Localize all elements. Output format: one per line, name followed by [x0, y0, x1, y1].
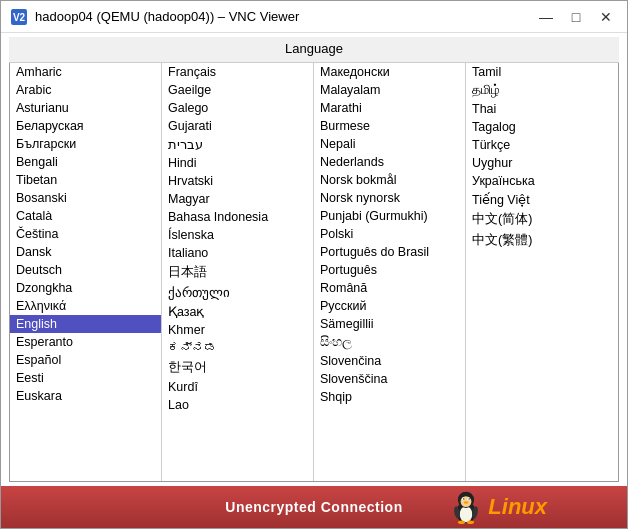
language-item[interactable]: Shqip	[314, 388, 465, 406]
main-content: Language AmharicArabicAsturianuБеларуска…	[1, 33, 627, 486]
language-item[interactable]: 한국어	[162, 357, 313, 378]
language-item[interactable]: Gaeilge	[162, 81, 313, 99]
language-item[interactable]: Italiano	[162, 244, 313, 262]
language-item[interactable]	[466, 283, 618, 287]
svg-text:V2: V2	[13, 12, 26, 23]
language-item[interactable]: Қазақ	[162, 302, 313, 321]
language-item[interactable]: Nederlands	[314, 153, 465, 171]
linux-logo: Linux	[488, 494, 547, 520]
language-grid: AmharicArabicAsturianuБеларускаяБългарск…	[9, 63, 619, 482]
language-item[interactable]: Euskara	[10, 387, 161, 405]
language-container: Language AmharicArabicAsturianuБеларуска…	[1, 33, 627, 486]
language-item[interactable]: Khmer	[162, 321, 313, 339]
svg-point-9	[469, 498, 470, 499]
status-bar: Unencrypted Connection	[1, 486, 627, 528]
language-item[interactable]: Tamil	[466, 63, 618, 81]
language-item[interactable]: Norsk nynorsk	[314, 189, 465, 207]
language-item[interactable]: Gujarati	[162, 117, 313, 135]
language-item[interactable]: Eesti	[10, 369, 161, 387]
status-icons: Linux	[448, 489, 547, 525]
language-item[interactable]: Català	[10, 207, 161, 225]
language-item[interactable]: Asturianu	[10, 99, 161, 117]
language-item[interactable]: Dzongkha	[10, 279, 161, 297]
language-column-2: МакедонскиMalayalamMarathiBurmeseNepaliN…	[314, 63, 466, 481]
language-item[interactable]: Burmese	[314, 117, 465, 135]
language-item[interactable]: Português	[314, 261, 465, 279]
language-item[interactable]: Tiếng Việt	[466, 190, 618, 209]
language-item[interactable]: Русский	[314, 297, 465, 315]
language-item[interactable]: Español	[10, 351, 161, 369]
language-item[interactable]: עברית	[162, 135, 313, 154]
language-item[interactable]: தமிழ்	[466, 81, 618, 100]
language-item[interactable]: Polski	[314, 225, 465, 243]
language-item[interactable]: Amharic	[10, 63, 161, 81]
language-item[interactable]: Tibetan	[10, 171, 161, 189]
language-column-1: FrançaisGaeilgeGalegoGujaratiעבריתHindiH…	[162, 63, 314, 481]
language-item[interactable]: Português do Brasil	[314, 243, 465, 261]
language-item[interactable]: Norsk bokmål	[314, 171, 465, 189]
language-item[interactable]: Deutsch	[10, 261, 161, 279]
language-column-3: Tamilதமிழ்ThaiTagalogTürkçeUyghurУкраїнс…	[466, 63, 618, 481]
language-item[interactable]: Kurdî	[162, 378, 313, 396]
close-button[interactable]: ✕	[593, 7, 619, 27]
tux-icon	[448, 489, 484, 525]
minimize-button[interactable]: —	[533, 7, 559, 27]
language-item[interactable]: Македонски	[314, 63, 465, 81]
language-column-0: AmharicArabicAsturianuБеларускаяБългарск…	[10, 63, 162, 481]
language-item[interactable]: Беларуская	[10, 117, 161, 135]
language-item[interactable]: Nepali	[314, 135, 465, 153]
language-item[interactable]: English	[10, 315, 161, 333]
language-item[interactable]: සිංහල	[314, 333, 465, 352]
language-item[interactable]: Íslenska	[162, 226, 313, 244]
language-item[interactable]: Українська	[466, 172, 618, 190]
window-controls: — □ ✕	[533, 7, 619, 27]
language-item[interactable]: Română	[314, 279, 465, 297]
language-item[interactable]: Slovenčina	[314, 352, 465, 370]
language-item[interactable]: Malayalam	[314, 81, 465, 99]
svg-point-3	[460, 506, 473, 522]
language-item[interactable]: Tagalog	[466, 118, 618, 136]
svg-point-10	[464, 501, 469, 504]
language-item[interactable]: 中文(繁體)	[466, 230, 618, 251]
language-item[interactable]: Hindi	[162, 154, 313, 172]
language-item[interactable]: Lao	[162, 396, 313, 414]
language-item[interactable]: Български	[10, 135, 161, 153]
language-item[interactable]: Slovenščina	[314, 370, 465, 388]
window-title: hadoop04 (QEMU (hadoop04)) – VNC Viewer	[35, 9, 533, 24]
language-item[interactable]: ქართული	[162, 283, 313, 302]
svg-point-8	[463, 498, 464, 499]
language-item[interactable]: Sämegillii	[314, 315, 465, 333]
language-item[interactable]: Ελληνικά	[10, 297, 161, 315]
language-header: Language	[9, 37, 619, 63]
language-item[interactable]: 中文(简体)	[466, 209, 618, 230]
language-item[interactable]: 日本語	[162, 262, 313, 283]
language-item[interactable]: Punjabi (Gurmukhi)	[314, 207, 465, 225]
language-item[interactable]: Thai	[466, 100, 618, 118]
svg-point-12	[467, 521, 474, 525]
language-item[interactable]: ಕನ್ನಡ	[162, 339, 313, 357]
language-item[interactable]: Bosanski	[10, 189, 161, 207]
connection-status: Unencrypted Connection	[225, 499, 402, 515]
language-item[interactable]: Esperanto	[10, 333, 161, 351]
title-bar: V2 hadoop04 (QEMU (hadoop04)) – VNC View…	[1, 1, 627, 33]
language-item[interactable]: Dansk	[10, 243, 161, 261]
language-item[interactable]: Türkçe	[466, 136, 618, 154]
language-item[interactable]: Hrvatski	[162, 172, 313, 190]
svg-point-11	[458, 521, 465, 525]
language-item[interactable]: Magyar	[162, 190, 313, 208]
language-item[interactable]: Bahasa Indonesia	[162, 208, 313, 226]
app-icon: V2	[9, 7, 29, 27]
language-item[interactable]: Français	[162, 63, 313, 81]
language-item[interactable]: Uyghur	[466, 154, 618, 172]
language-item[interactable]: Arabic	[10, 81, 161, 99]
language-item[interactable]: Čeština	[10, 225, 161, 243]
language-item[interactable]: Galego	[162, 99, 313, 117]
language-item[interactable]: Marathi	[314, 99, 465, 117]
vnc-viewer-window: V2 hadoop04 (QEMU (hadoop04)) – VNC View…	[0, 0, 628, 529]
language-item[interactable]: Bengali	[10, 153, 161, 171]
maximize-button[interactable]: □	[563, 7, 589, 27]
